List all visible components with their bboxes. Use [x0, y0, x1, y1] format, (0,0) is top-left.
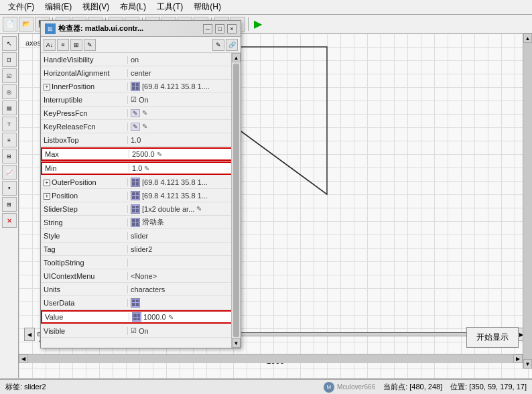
prop-value: [69.8 4.121 35.8 1... ▾ [128, 178, 241, 187]
prop-inner-position: +InnerPosition [69.8 4.121 35.8 1.... ▾ [41, 80, 241, 93]
pencil-icon[interactable]: ✎ [142, 109, 147, 117]
prop-name: Interruptible [41, 96, 128, 104]
prop-name: Max [42, 150, 129, 158]
prop-value: center ▾ [128, 69, 241, 77]
property-scrollbar[interactable]: ▲ ▼ [231, 53, 241, 348]
vertical-scrollbar[interactable]: ▲ ▼ [523, 34, 532, 369]
popup-tool[interactable]: ▾ [2, 181, 17, 196]
expand-icon[interactable]: + [44, 84, 50, 90]
edit2-btn[interactable]: ✎ [212, 39, 224, 51]
inspector-window: ⊞ 检查器: matlab.ui.contr... ─ □ × A↓ ≡ ⊞ ✎… [40, 20, 241, 348]
prop-name: TooltipString [41, 259, 128, 267]
inspector-icon: ⊞ [45, 23, 56, 34]
prop-name: Units [41, 285, 128, 293]
menu-edit[interactable]: 编辑(E) [40, 0, 77, 14]
prop-min: Min 1.0 ✎ [41, 161, 241, 175]
pencil-icon[interactable]: ✎ [168, 314, 174, 321]
status-label: 标签: slider2 [5, 382, 316, 392]
prop-value: ☑ On [128, 327, 241, 335]
open-button[interactable]: 📂 [19, 17, 34, 31]
start-display-button[interactable]: 开始显示 [466, 327, 519, 348]
current-point: 当前点: [480, 248] [383, 382, 442, 393]
scroll-down-button[interactable]: ▼ [232, 338, 241, 348]
delete-tool[interactable]: ✕ [2, 213, 17, 228]
prop-name: KeyPressFcn [41, 109, 128, 117]
close-button[interactable]: × [227, 24, 237, 34]
prop-value: ✎ ✎ [128, 123, 241, 131]
link-btn[interactable]: 🔗 [226, 39, 238, 51]
select-tool[interactable]: ↖ [2, 36, 17, 51]
pencil-icon[interactable]: ✎ [142, 123, 147, 130]
prop-name: Visible [41, 327, 128, 335]
prop-name: Min [42, 164, 129, 172]
scroll-track [523, 43, 532, 359]
prop-outer-position: +OuterPosition [69.8 4.121 35.8 1... ▾ [41, 176, 241, 189]
prop-max: Max 2500.0 ✎ [41, 147, 241, 161]
menu-tools[interactable]: 工具(T) [151, 0, 188, 14]
prop-interruptible: Interruptible ☑ On [41, 93, 241, 107]
expand-icon[interactable]: + [44, 180, 50, 186]
fcn-icon: ✎ [131, 109, 140, 117]
toggle-tool[interactable]: ☑ [2, 68, 17, 83]
text-tool[interactable]: T [2, 117, 17, 131]
menu-layout[interactable]: 布局(L) [115, 0, 151, 14]
prop-visible: Visible ☑ On [41, 324, 241, 338]
new-button[interactable]: 📄 [3, 17, 17, 31]
prop-ui-context-menu: UIContextMenu <None> ▾ [41, 269, 241, 283]
pencil-icon[interactable]: ✎ [196, 205, 202, 212]
menu-file[interactable]: 文件(F) [3, 0, 40, 14]
prop-value: slider ▾ [128, 232, 241, 240]
prop-listbox-top: ListboxTop 1.0 [41, 133, 241, 147]
edit-tool[interactable]: ▤ [2, 101, 17, 115]
prop-user-data: UserData [41, 296, 241, 310]
listbox-tool[interactable]: ≡ [2, 133, 17, 147]
menu-view[interactable]: 视图(V) [77, 0, 115, 14]
prop-name: Style [41, 232, 128, 240]
scroll-thumb[interactable] [233, 64, 239, 337]
prop-name: HorizontalAlignment [41, 69, 128, 77]
scroll-up-btn[interactable]: ▲ [523, 34, 532, 43]
scroll-up-button[interactable]: ▲ [232, 53, 241, 62]
expand-icon[interactable]: + [44, 193, 50, 200]
prop-name: KeyReleaseFcn [41, 123, 128, 131]
fcn-icon: ✎ [131, 123, 140, 131]
prop-value: [69.8 4.121 35.8 1... ▾ [128, 191, 241, 200]
sort-alpha-btn[interactable]: A↓ [44, 39, 56, 51]
grid-icon [132, 312, 141, 322]
prop-name: String [41, 218, 128, 226]
pencil-icon[interactable]: ✎ [144, 165, 149, 172]
prop-units: Units characters ▾ [41, 283, 241, 296]
prop-handle-visibility: HandleVisibility on ▾ [41, 53, 241, 66]
prop-value: 1.0 ✎ [129, 164, 239, 172]
prop-name: UserData [41, 299, 128, 307]
prop-tooltip-string: TooltipString [41, 256, 241, 269]
maximize-button[interactable]: □ [215, 24, 224, 34]
scroll-down-btn[interactable]: ▼ [523, 359, 532, 369]
prop-slider-step: SliderStep [1x2 double ar... ✎ [41, 202, 241, 216]
position-info: 位置: [350, 59, 179, 17] [450, 382, 527, 393]
inspector-title: 检查器: matlab.ui.contr... [58, 23, 200, 34]
run-button[interactable]: ▶ [251, 17, 265, 30]
slider-tool[interactable]: ⊟ [2, 149, 17, 163]
prop-value: characters ▾ [128, 285, 241, 293]
property-table: HandleVisibility on ▾ HorizontalAlignmen… [41, 53, 241, 348]
push-btn-tool[interactable]: ⊡ [2, 52, 17, 67]
frame-tool[interactable]: ⊞ [2, 197, 17, 212]
scroll-left-btn[interactable]: ◀ [19, 354, 28, 363]
scroll-right-btn[interactable]: ▶ [513, 354, 523, 363]
horizontal-scrollbar[interactable]: ◀ ▶ [19, 354, 523, 363]
prop-value: 1.0 [128, 136, 241, 144]
slider-left-arrow[interactable]: ◀ [24, 328, 35, 341]
group-btn[interactable]: ≡ [57, 39, 69, 51]
prop-value: 滑动条 [128, 217, 241, 227]
axes-tool[interactable]: 📈 [2, 165, 17, 180]
radio-tool[interactable]: ◎ [2, 84, 17, 99]
menu-help[interactable]: 帮助(H) [188, 0, 226, 14]
grid-view-btn[interactable]: ⊞ [70, 39, 82, 51]
minimize-button[interactable]: ─ [203, 24, 212, 34]
pencil-btn[interactable]: ✎ [84, 39, 96, 51]
pencil-icon[interactable]: ✎ [157, 151, 162, 158]
prop-value: 2500.0 ✎ [129, 150, 239, 158]
prop-name: HandleVisibility [41, 56, 128, 64]
prop-value: <None> ▾ [128, 272, 241, 280]
